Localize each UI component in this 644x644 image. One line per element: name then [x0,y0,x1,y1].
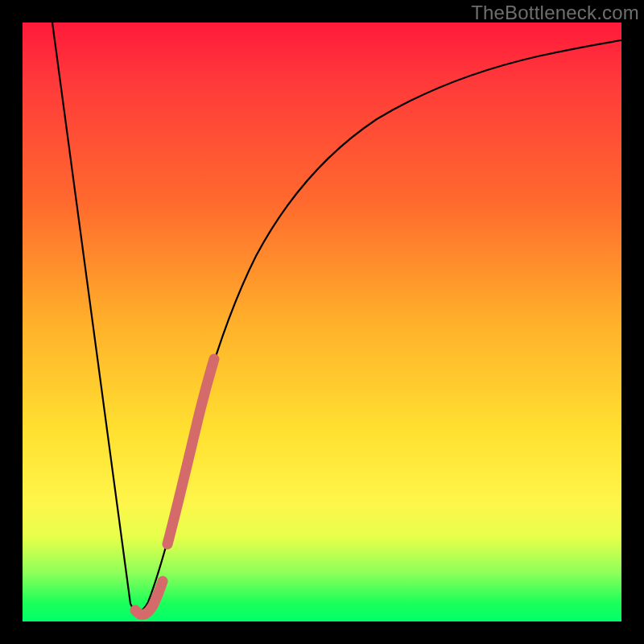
highlight-upper [167,359,214,544]
bottleneck-curve [23,23,621,621]
plot-area [23,23,621,621]
chart-frame: TheBottleneck.com [0,0,644,644]
curve-path [52,23,621,612]
watermark-text: TheBottleneck.com [471,2,639,24]
